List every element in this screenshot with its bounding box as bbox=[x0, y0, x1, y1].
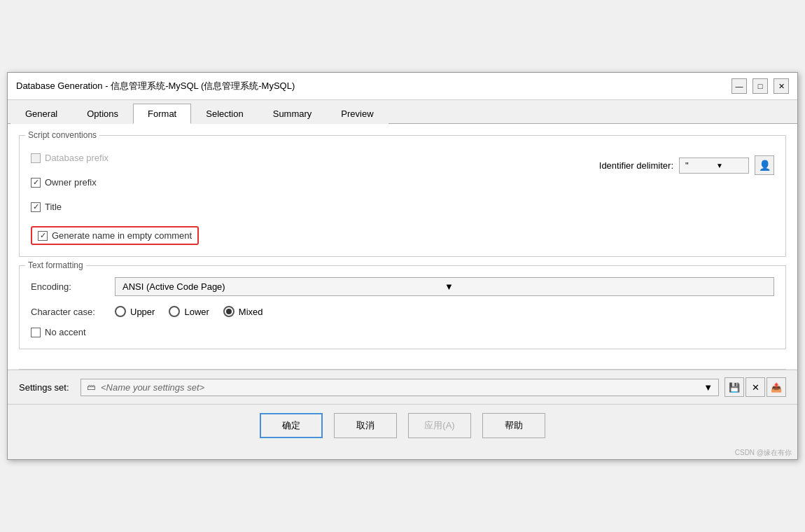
no-accent-row: No accent bbox=[31, 327, 774, 337]
generate-name-label: Generate name in empty comment bbox=[52, 230, 192, 241]
save-icon: 💾 bbox=[729, 382, 740, 393]
settings-set-input[interactable]: 🗃 <Name your settings set> ▼ bbox=[80, 379, 719, 396]
identifier-delimiter-group: Identifier delimiter: " ▼ 👤 bbox=[599, 155, 774, 175]
owner-prefix-checkbox[interactable] bbox=[31, 178, 41, 188]
no-accent-label: No accent bbox=[45, 327, 86, 337]
tab-summary[interactable]: Summary bbox=[258, 104, 327, 124]
tab-options[interactable]: Options bbox=[72, 104, 133, 124]
radio-upper-label: Upper bbox=[130, 307, 155, 317]
title-bar: Database Generation - 信息管理系统-MySQL (信息管理… bbox=[8, 73, 797, 100]
generate-name-highlighted-row: Generate name in empty comment bbox=[31, 226, 199, 245]
identifier-delimiter-select[interactable]: " ▼ bbox=[679, 158, 749, 174]
title-checkbox[interactable] bbox=[31, 202, 41, 212]
settings-set-icon: 🗃 bbox=[87, 382, 95, 392]
generate-name-checkbox[interactable] bbox=[38, 231, 48, 241]
script-conventions-section: Script conventions Database prefix Owner… bbox=[19, 135, 786, 257]
checkboxes-column: Database prefix Owner prefix Title bbox=[31, 153, 199, 245]
minimize-button[interactable]: — bbox=[732, 78, 747, 94]
export-icon: 📤 bbox=[771, 382, 782, 393]
text-formatting-title: Text formatting bbox=[25, 260, 86, 270]
radio-lower-outer bbox=[169, 306, 180, 317]
window-title: Database Generation - 信息管理系统-MySQL (信息管理… bbox=[16, 80, 295, 92]
dialog-footer: 确定 取消 应用(A) 帮助 bbox=[8, 404, 797, 447]
tab-selection[interactable]: Selection bbox=[191, 104, 258, 124]
radio-lower[interactable]: Lower bbox=[169, 306, 209, 317]
settings-save-btn[interactable]: 💾 bbox=[724, 377, 744, 397]
person-icon: 👤 bbox=[759, 160, 771, 171]
settings-export-btn[interactable]: 📤 bbox=[766, 377, 786, 397]
help-button[interactable]: 帮助 bbox=[482, 413, 545, 438]
database-prefix-row: Database prefix bbox=[31, 153, 199, 163]
database-prefix-label: Database prefix bbox=[45, 153, 108, 163]
radio-mixed-label: Mixed bbox=[239, 307, 263, 317]
delete-icon: ✕ bbox=[752, 382, 760, 393]
owner-prefix-label: Owner prefix bbox=[45, 177, 97, 188]
main-window: Database Generation - 信息管理系统-MySQL (信息管理… bbox=[7, 72, 798, 460]
radio-upper-outer bbox=[115, 306, 126, 317]
apply-button[interactable]: 应用(A) bbox=[408, 413, 471, 438]
radio-mixed-outer bbox=[223, 306, 234, 317]
text-formatting-section: Text formatting Encoding: ANSI (Active C… bbox=[19, 265, 786, 349]
tab-bar: General Options Format Selection Summary… bbox=[8, 100, 797, 124]
settings-actions: 💾 ✕ 📤 bbox=[724, 377, 786, 397]
settings-set-placeholder: <Name your settings set> bbox=[101, 382, 698, 393]
script-conventions-layout: Database prefix Owner prefix Title bbox=[31, 153, 774, 245]
main-content: Script conventions Database prefix Owner… bbox=[8, 124, 797, 369]
tab-format[interactable]: Format bbox=[133, 104, 191, 124]
settings-bar: Settings set: 🗃 <Name your settings set>… bbox=[8, 370, 797, 404]
maximize-button[interactable]: □ bbox=[752, 78, 768, 94]
radio-mixed-inner bbox=[226, 309, 232, 314]
close-button[interactable]: ✕ bbox=[774, 78, 789, 94]
identifier-delimiter-label: Identifier delimiter: bbox=[599, 160, 673, 171]
encoding-value: ANSI (Active Code Page) bbox=[122, 281, 444, 292]
settings-set-label: Settings set: bbox=[19, 382, 75, 393]
script-conventions-title: Script conventions bbox=[25, 130, 99, 140]
encoding-label: Encoding: bbox=[31, 281, 108, 292]
character-case-radio-group: Upper Lower Mixed bbox=[115, 306, 263, 317]
encoding-dropdown-arrow: ▼ bbox=[444, 281, 766, 292]
watermark: CSDN @缘在有你 bbox=[8, 447, 797, 459]
identifier-delimiter-icon-btn[interactable]: 👤 bbox=[755, 155, 774, 175]
settings-set-dropdown-arrow: ▼ bbox=[704, 382, 713, 393]
title-label: Title bbox=[45, 202, 62, 212]
character-case-row: Character case: Upper Lower bbox=[31, 306, 774, 317]
cancel-button[interactable]: 取消 bbox=[334, 413, 397, 438]
radio-mixed[interactable]: Mixed bbox=[223, 306, 263, 317]
no-accent-checkbox[interactable] bbox=[31, 328, 41, 337]
title-row: Title bbox=[31, 202, 199, 212]
window-controls: — □ ✕ bbox=[732, 78, 789, 94]
database-prefix-checkbox[interactable] bbox=[31, 153, 41, 163]
settings-delete-btn[interactable]: ✕ bbox=[746, 377, 765, 397]
delimiter-dropdown-arrow: ▼ bbox=[716, 162, 743, 169]
radio-upper[interactable]: Upper bbox=[115, 306, 155, 317]
encoding-row: Encoding: ANSI (Active Code Page) ▼ bbox=[31, 277, 774, 296]
tab-preview[interactable]: Preview bbox=[326, 104, 388, 124]
character-case-label: Character case: bbox=[31, 307, 108, 317]
tab-general[interactable]: General bbox=[10, 104, 72, 124]
encoding-select[interactable]: ANSI (Active Code Page) ▼ bbox=[115, 277, 774, 296]
confirm-button[interactable]: 确定 bbox=[260, 413, 323, 438]
radio-lower-label: Lower bbox=[184, 307, 209, 317]
owner-prefix-row: Owner prefix bbox=[31, 177, 199, 188]
